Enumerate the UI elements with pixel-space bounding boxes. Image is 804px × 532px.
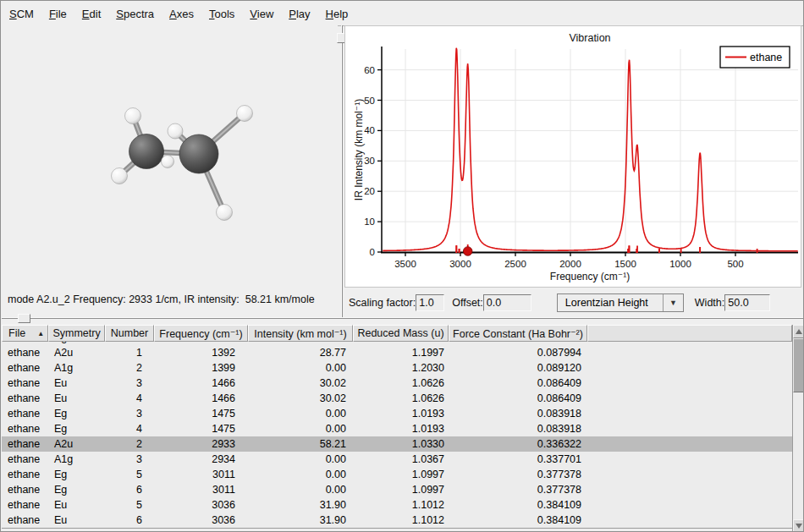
- scrollbar-up-icon: [796, 329, 802, 334]
- column-header-intensity[interactable]: Intensity (km mol⁻¹): [248, 325, 353, 342]
- table-scrollbar[interactable]: [792, 325, 804, 532]
- table-row[interactable]: ethaneEu6303631.901.10120.384109: [2, 513, 792, 528]
- table-row[interactable]: ethaneEg414750.001.01930.083918: [2, 421, 792, 436]
- x-tick-label: 500: [727, 259, 743, 269]
- scaling-factor-label: Scaling factor:: [349, 297, 416, 309]
- mode-status-bar: mode A2.u_2 Frequency: 2933 1/cm, IR int…: [2, 292, 338, 312]
- table-row[interactable]: ethaneEg314750.001.01930.083918: [2, 406, 792, 421]
- scrollbar-down-icon: [796, 524, 802, 529]
- selected-mode-marker[interactable]: [463, 247, 472, 256]
- menu-item-spectra[interactable]: Spectra: [108, 8, 162, 20]
- molecule-3d-view[interactable]: [2, 25, 338, 292]
- menu-item-tools[interactable]: Tools: [201, 8, 242, 20]
- legend-label: ethane: [750, 52, 782, 63]
- atom-h[interactable]: [125, 108, 141, 124]
- atom-h[interactable]: [237, 106, 253, 122]
- x-tick-label: 2500: [504, 259, 526, 269]
- chart-canvas: 0102030405060350030002500200015001000500…: [345, 26, 801, 287]
- atom-h[interactable]: [217, 205, 233, 221]
- horizontal-sash-line: [2, 318, 804, 319]
- column-header-force[interactable]: Force Constant (Ha Bohr⁻²): [449, 325, 587, 342]
- broadening-controls: Scaling factor: Offset: Lorentzian Heigh…: [344, 288, 804, 317]
- table-row[interactable]: ethaneA1g213990.001.20300.089120: [2, 360, 792, 376]
- offset-label: Offset:: [452, 297, 483, 309]
- menu-bar: SCMFileEditSpectraAxesToolsViewPlayHelp: [2, 2, 804, 26]
- sort-ascending-icon: ▲: [37, 330, 44, 337]
- menu-item-help[interactable]: Help: [318, 8, 356, 20]
- x-tick-label: 1500: [614, 259, 636, 269]
- table-row[interactable]: ethaneEu3146630.021.06260.086409: [2, 376, 792, 391]
- width-input[interactable]: [724, 294, 770, 311]
- table-row[interactable]: ethaneA1g329340.001.03670.337701: [2, 452, 792, 467]
- legend: ethane: [720, 47, 790, 68]
- spectra-window: SCMFileEditSpectraAxesToolsViewPlayHelp …: [0, 0, 804, 532]
- y-tick-label: 30: [364, 156, 375, 166]
- scaling-factor-input[interactable]: [416, 294, 444, 311]
- table-row[interactable]: ethaneA2u2293358.211.03300.336322: [2, 436, 792, 452]
- menu-item-scm[interactable]: SCM: [2, 8, 41, 20]
- menu-item-play[interactable]: Play: [281, 8, 317, 20]
- x-tick-label: 2000: [559, 259, 581, 269]
- width-label: Width:: [695, 297, 724, 309]
- chart-title: Vibration: [569, 32, 610, 44]
- y-tick-label: 50: [364, 96, 375, 106]
- y-tick-label: 0: [370, 247, 375, 257]
- atom-c[interactable]: [129, 134, 164, 169]
- vertical-sash-line: [342, 25, 343, 318]
- lineshape-dropdown[interactable]: Lorentzian Height ▼: [557, 293, 684, 312]
- column-header-symmetry[interactable]: Symmetry: [48, 325, 105, 342]
- y-tick-label: 10: [364, 217, 375, 227]
- offset-input[interactable]: [483, 294, 531, 311]
- x-axis-label: Frequency (cm⁻¹): [550, 271, 630, 282]
- table-row[interactable]: ethaneEg630110.001.09970.377378: [2, 482, 792, 497]
- menu-item-edit[interactable]: Edit: [74, 8, 108, 20]
- atom-h[interactable]: [168, 123, 183, 139]
- column-header-reduced[interactable]: Reduced Mass (u): [353, 325, 449, 342]
- lineshape-selected-value: Lorentzian Height: [565, 297, 648, 309]
- mode-status-text: mode A2.u_2 Frequency: 2933 1/cm, IR int…: [8, 293, 315, 305]
- atom-h[interactable]: [162, 156, 174, 168]
- modes-table: ethaneEg211930.001.09350.058898ethaneA2u…: [2, 342, 792, 529]
- column-header-number[interactable]: Number: [105, 325, 154, 342]
- table-row[interactable]: ethaneEg530110.001.09970.377378: [2, 467, 792, 482]
- scrollbar-down-button[interactable]: [793, 519, 804, 532]
- table-row[interactable]: ethaneA2u1139228.771.19970.087994: [2, 345, 792, 360]
- column-header-frequency[interactable]: Frequency (cm⁻¹): [154, 325, 248, 342]
- scrollbar-up-button[interactable]: [793, 325, 804, 338]
- table-row[interactable]: ethaneEu5303631.901.10120.384109: [2, 497, 792, 513]
- chevron-down-icon[interactable]: ▼: [663, 294, 683, 311]
- modes-table-header: File▲SymmetryNumberFrequency (cm⁻¹)Inten…: [2, 325, 792, 342]
- column-header-file[interactable]: File▲: [2, 325, 48, 342]
- table-row[interactable]: ethaneEu4146630.021.06260.086409: [2, 391, 792, 406]
- scrollbar-thumb[interactable]: [793, 338, 804, 392]
- column-header-filler: [587, 325, 792, 342]
- y-axis-label: IR Intensity (km mol⁻¹): [353, 99, 365, 200]
- atom-c[interactable]: [179, 134, 218, 173]
- molecule-svg: [2, 25, 338, 292]
- atom-h[interactable]: [112, 168, 128, 184]
- horizontal-sash-handle[interactable]: [18, 314, 30, 323]
- spectrum-chart[interactable]: 0102030405060350030002500200015001000500…: [344, 25, 801, 288]
- y-tick-label: 20: [364, 186, 375, 196]
- y-tick-label: 40: [364, 125, 375, 135]
- menu-item-file[interactable]: File: [41, 8, 74, 20]
- x-tick-label: 1000: [669, 259, 691, 269]
- y-tick-label: 60: [364, 65, 375, 75]
- x-tick-label: 3500: [394, 259, 416, 269]
- x-tick-label: 3000: [449, 259, 471, 269]
- menu-item-axes[interactable]: Axes: [162, 8, 201, 20]
- menu-item-view[interactable]: View: [242, 8, 281, 20]
